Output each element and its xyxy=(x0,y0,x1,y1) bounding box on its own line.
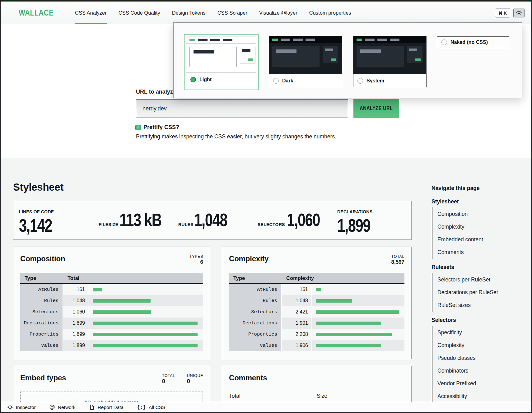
theme-preview-dark xyxy=(269,36,342,74)
embed-meta-unique: UNIQUE0 xyxy=(187,374,203,385)
value-bar xyxy=(93,288,102,291)
command-palette-button[interactable]: ⌘ K xyxy=(495,8,510,18)
top-navigation-bar: WALLACE CSS AnalyzerCSS Code QualityDesi… xyxy=(1,2,531,24)
toolbar-inspector[interactable]: Inspector xyxy=(7,404,36,410)
toc-link-declarations-per-ruleset[interactable]: Declarations per RuleSet xyxy=(437,286,512,299)
cell-value: 1,899 xyxy=(63,340,89,351)
toc-link-accessibility[interactable]: Accessibility xyxy=(437,390,512,403)
comments-field-label: Total xyxy=(229,393,317,399)
toc-link-combinators[interactable]: Combinators xyxy=(437,364,512,377)
cell-value: 1,060 xyxy=(63,306,89,318)
stat-selectors: SELECTORS1,060 xyxy=(252,201,332,239)
url-input[interactable] xyxy=(136,99,348,118)
url-label: URL to analyze xyxy=(136,89,176,95)
toc-heading-selectors[interactable]: Selectors xyxy=(432,317,512,323)
toc-link-selectors-per-ruleset[interactable]: Selectors per RuleSet xyxy=(437,273,512,286)
embed-meta-value: 0 xyxy=(162,378,175,385)
stat-rules: RULES1,048 xyxy=(173,201,252,239)
stat-lines-of-code: LINES OF CODE3,142 xyxy=(13,201,93,239)
theme-label-light: Light xyxy=(199,77,212,82)
stat-filesize: FILESIZE113 kB xyxy=(93,201,173,239)
wallace-logo[interactable]: WALLACE xyxy=(19,8,54,18)
complexity-row-atrules: AtRules161 xyxy=(229,284,404,295)
nav-item-custom-properties[interactable]: Custom properties xyxy=(309,2,351,24)
cell-type: Declarations xyxy=(20,318,63,329)
devtools-toolbar: InspectorNetworkReport Data{:}All CSS xyxy=(1,402,531,412)
value-bar xyxy=(93,299,151,303)
theme-radio-naked-no-css[interactable] xyxy=(441,39,447,45)
theme-toggle-button[interactable] xyxy=(513,8,525,18)
toc-heading-stylesheet[interactable]: Stylesheet xyxy=(432,198,512,205)
nav-item-css-analyzer[interactable]: CSS Analyzer xyxy=(75,2,107,24)
cell-type: Selectors xyxy=(20,306,63,318)
theme-radio-system[interactable] xyxy=(357,78,363,84)
toc-link-specificity[interactable]: Specificity xyxy=(437,326,512,339)
toolbar-all-css[interactable]: {:}All CSS xyxy=(137,404,165,410)
network-icon xyxy=(49,404,55,410)
complexity-row-properties: Properties2,208 xyxy=(229,329,404,340)
toc-link-pseudo-classes[interactable]: Pseudo classes xyxy=(437,352,512,364)
stat-value-rules: 1,048 xyxy=(194,211,227,229)
theme-option-dark[interactable]: Dark xyxy=(269,36,342,87)
composition-table: TypeTotalAtRules161Rules1,048Selectors1,… xyxy=(20,273,203,351)
complexity-meta-label: TOTAL xyxy=(391,254,404,259)
wallace-app-window: WALLACE CSS AnalyzerCSS Code QualityDesi… xyxy=(0,0,532,413)
complexity-panel: Complexity TOTAL 8,597 TypeComplexityAtR… xyxy=(222,247,412,359)
theme-radio-light[interactable] xyxy=(190,77,196,82)
toc-link-vendor-prefixed[interactable]: Vendor Prefixed xyxy=(437,377,512,390)
analyze-url-button[interactable]: ANALYZE URL xyxy=(353,99,399,118)
toc-link-complexity[interactable]: Complexity xyxy=(437,339,512,352)
cell-value: 161 xyxy=(282,284,312,295)
value-bar xyxy=(93,322,198,325)
toc-link-comments[interactable]: Comments xyxy=(437,246,512,259)
nav-item-design-tokens[interactable]: Design Tokens xyxy=(172,2,206,24)
value-bar xyxy=(316,299,352,303)
composition-col-type: Type xyxy=(20,273,63,283)
toc-link-complexity[interactable]: Complexity xyxy=(437,220,512,233)
value-bar xyxy=(316,288,321,291)
toc-title: Navigate this page xyxy=(432,185,512,192)
toolbar-label-network: Network xyxy=(58,405,76,410)
analyze-url-button-label: ANALYZE URL xyxy=(360,105,393,112)
toolbar-label-report-data: Report Data xyxy=(98,405,124,410)
cell-value: 1,048 xyxy=(282,295,312,306)
value-bar xyxy=(316,322,381,325)
complexity-row-rules: Rules1,048 xyxy=(229,295,404,306)
value-bar xyxy=(316,310,399,314)
toolbar-label-inspector: Inspector xyxy=(16,405,36,410)
value-bar xyxy=(93,310,151,314)
theme-option-naked-no-css[interactable]: Naked (no CSS) xyxy=(437,36,509,48)
composition-table-header: TypeTotal xyxy=(20,273,203,284)
complexity-col-type: Type xyxy=(229,273,282,283)
toolbar-report-data[interactable]: Report Data xyxy=(89,404,124,410)
nav-item-css-code-quality[interactable]: CSS Code Quality xyxy=(119,2,160,24)
toc-link-embedded-content[interactable]: Embedded content xyxy=(437,233,512,246)
cell-value: 161 xyxy=(63,284,89,295)
toolbar-network[interactable]: Network xyxy=(49,404,76,410)
composition-row-rules: Rules1,048 xyxy=(20,295,203,306)
cell-value: 1,901 xyxy=(282,318,312,329)
theme-option-light[interactable]: Light xyxy=(184,34,259,90)
toc-heading-rulesets[interactable]: Rulesets xyxy=(432,264,512,271)
nav-item-css-scraper[interactable]: CSS Scraper xyxy=(217,2,247,24)
complexity-table-header: TypeComplexity xyxy=(229,273,404,284)
toc-link-ruleset-sizes[interactable]: RuleSet sizes xyxy=(437,299,512,312)
stylesheet-stats-card: LINES OF CODE3,142FILESIZE113 kBRULES1,0… xyxy=(13,201,412,240)
prettify-row: ✓ Prettify CSS? xyxy=(135,124,179,131)
composition-row-declarations: Declarations1,899 xyxy=(20,318,203,329)
inspector-icon xyxy=(7,404,13,410)
prettify-label: Prettify CSS? xyxy=(143,124,179,131)
results-section: Stylesheet LINES OF CODE3,142FILESIZE113… xyxy=(1,158,531,412)
value-bar xyxy=(316,333,392,336)
stat-value-filesize: 113 kB xyxy=(119,211,161,229)
composition-title: Composition xyxy=(20,254,65,263)
prettify-checkbox[interactable]: ✓ xyxy=(135,125,141,130)
cell-value: 1,906 xyxy=(282,340,312,351)
theme-radio-dark[interactable] xyxy=(273,78,279,84)
page-title: Stylesheet xyxy=(13,181,63,193)
theme-option-system[interactable]: System xyxy=(353,36,427,87)
nav-item-visualize-layer[interactable]: Visualize @layer xyxy=(259,2,297,24)
toc-link-composition[interactable]: Composition xyxy=(437,208,512,220)
composition-row-properties: Properties1,899 xyxy=(20,329,203,340)
cell-type: Properties xyxy=(229,329,282,340)
